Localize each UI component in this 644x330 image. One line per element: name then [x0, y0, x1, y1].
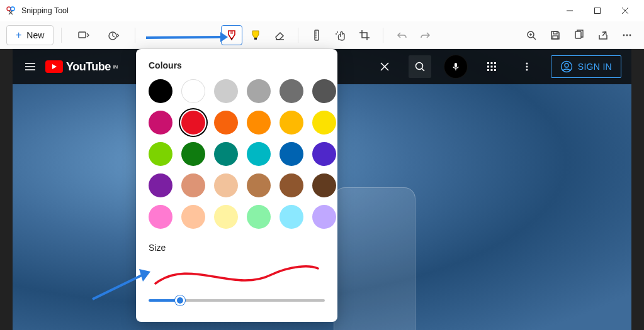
slider-thumb[interactable] [175, 295, 185, 305]
colour-swatch-peach[interactable] [214, 173, 238, 197]
colour-swatch-light-brown[interactable] [247, 173, 271, 197]
signin-button[interactable]: SIGN IN [551, 55, 621, 78]
svg-rect-40 [494, 66, 496, 68]
new-label: New [26, 30, 44, 40]
colour-swatch-green[interactable] [181, 142, 205, 166]
colour-swatch-orange[interactable] [214, 111, 238, 135]
svg-point-48 [565, 63, 568, 67]
separator [61, 28, 62, 43]
app-icon [5, 5, 16, 16]
svg-rect-38 [487, 66, 489, 68]
svg-point-24 [623, 34, 625, 36]
svg-rect-8 [254, 38, 257, 40]
svg-rect-35 [487, 62, 489, 64]
svg-rect-43 [494, 69, 496, 71]
share-button[interactable] [592, 25, 614, 45]
colour-swatch-light-peach[interactable] [181, 205, 205, 229]
svg-point-0 [7, 7, 11, 11]
colour-swatch-lavender[interactable] [312, 205, 336, 229]
hamburger-icon[interactable] [23, 59, 38, 74]
highlighter-button[interactable] [245, 25, 266, 45]
svg-point-32 [415, 63, 422, 70]
colour-swatch-light-yellow[interactable] [214, 205, 238, 229]
colour-swatch-tan[interactable] [181, 173, 205, 197]
snip-mode-button[interactable] [69, 25, 97, 45]
svg-point-44 [526, 63, 528, 65]
colour-swatch-teal[interactable] [214, 142, 238, 166]
colour-swatch-indigo[interactable] [312, 142, 336, 166]
colour-grid [149, 79, 325, 229]
maximize-button[interactable] [584, 1, 611, 20]
svg-point-25 [626, 34, 628, 36]
colour-swatch-darker-gray[interactable] [312, 79, 336, 103]
colour-swatch-blue[interactable] [280, 142, 303, 166]
colours-heading: Colours [149, 60, 325, 70]
more-button[interactable] [616, 25, 638, 45]
colour-swatch-red[interactable] [181, 111, 205, 135]
colour-swatch-black[interactable] [149, 79, 172, 103]
ruler-button[interactable] [306, 25, 327, 45]
redo-button[interactable] [415, 25, 436, 45]
crop-button[interactable] [354, 25, 375, 45]
kebab-icon[interactable] [516, 55, 538, 78]
size-heading: Size [149, 243, 325, 253]
svg-point-26 [630, 34, 631, 36]
svg-line-18 [533, 37, 536, 40]
new-button[interactable]: + New [6, 25, 54, 45]
toolbar: + New [0, 21, 644, 49]
colour-swatch-magenta[interactable] [149, 111, 172, 135]
colour-swatch-dark-orange[interactable] [247, 111, 271, 135]
colour-swatch-dark-brown[interactable] [312, 173, 336, 197]
close-button[interactable] [611, 1, 639, 20]
svg-rect-42 [490, 69, 492, 71]
app-title: Snipping Tool [21, 6, 69, 15]
svg-rect-37 [494, 62, 496, 64]
colour-swatch-gray[interactable] [247, 79, 271, 103]
save-button[interactable] [545, 25, 566, 45]
colour-swatch-lime[interactable] [149, 142, 172, 166]
separator [298, 28, 298, 43]
colour-swatch-light-blue[interactable] [280, 205, 303, 229]
svg-point-45 [526, 66, 528, 68]
touch-writing-button[interactable] [330, 25, 351, 45]
svg-rect-41 [487, 69, 489, 71]
svg-rect-21 [553, 31, 557, 34]
colour-swatch-pink[interactable] [149, 205, 172, 229]
apps-icon[interactable] [480, 55, 503, 78]
copy-button[interactable] [568, 25, 590, 45]
colour-swatch-light-green[interactable] [247, 205, 271, 229]
delay-button[interactable] [99, 25, 127, 45]
svg-rect-39 [490, 66, 492, 68]
youtube-logo[interactable]: YouTube IN [45, 60, 118, 74]
colour-swatch-light-gray[interactable] [214, 79, 238, 103]
size-slider[interactable] [149, 293, 325, 308]
colour-swatch-cyan[interactable] [247, 142, 271, 166]
voice-search-button[interactable] [444, 55, 468, 79]
titlebar: Snipping Tool [0, 0, 644, 21]
svg-rect-23 [575, 31, 581, 38]
colour-swatch-purple[interactable] [149, 173, 172, 197]
search-icon[interactable] [409, 55, 431, 78]
undo-button[interactable] [391, 25, 412, 45]
colour-swatch-white[interactable] [181, 79, 205, 103]
clear-search-icon[interactable] [373, 55, 396, 78]
minimize-button[interactable] [556, 1, 584, 20]
colour-swatch-yellow[interactable] [312, 111, 336, 135]
colour-swatch-gold[interactable] [280, 111, 303, 135]
svg-rect-3 [595, 8, 601, 14]
youtube-country: IN [113, 64, 118, 70]
eraser-button[interactable] [269, 25, 290, 45]
user-icon [560, 60, 573, 73]
svg-rect-36 [490, 62, 492, 64]
colour-swatch-dark-gray[interactable] [280, 79, 303, 103]
separator [135, 28, 135, 43]
zoom-button[interactable] [521, 25, 542, 45]
colour-swatch-brown[interactable] [280, 173, 303, 197]
svg-line-33 [422, 69, 424, 71]
svg-point-15 [337, 31, 338, 33]
svg-point-16 [336, 33, 337, 35]
youtube-brand-text: YouTube [66, 60, 111, 74]
svg-point-1 [11, 7, 14, 11]
signin-label: SIGN IN [578, 62, 612, 72]
pen-button[interactable] [221, 25, 242, 45]
